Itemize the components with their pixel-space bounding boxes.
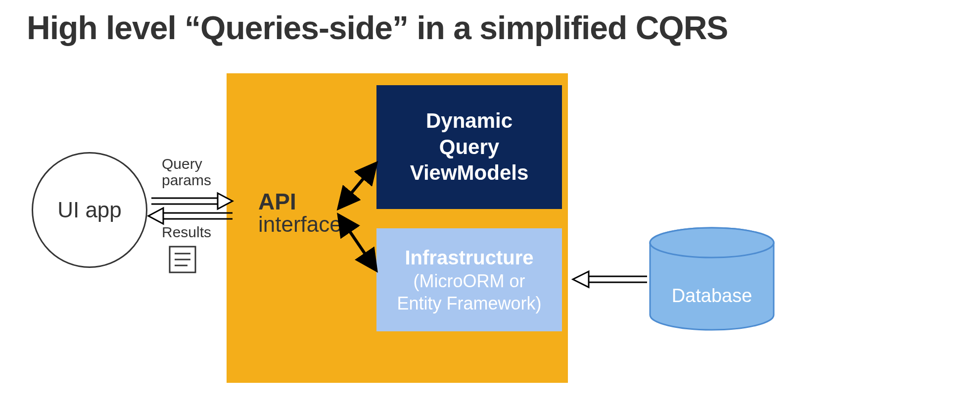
api-block: API interface xyxy=(258,188,342,237)
database-icon xyxy=(648,226,776,332)
diagram-canvas: High level “Queries-side” in a simplifie… xyxy=(0,0,980,417)
infrastructure-title: Infrastructure xyxy=(405,245,533,270)
svg-marker-14 xyxy=(573,271,589,287)
results-label: Results xyxy=(162,224,211,241)
arrow-ui-to-api xyxy=(151,193,233,209)
viewmodels-line3: ViewModels xyxy=(410,161,529,184)
query-params-label: Query params xyxy=(162,156,211,188)
viewmodels-box: Dynamic Query ViewModels xyxy=(376,85,562,209)
database-label: Database xyxy=(648,285,776,307)
viewmodels-line2: Query xyxy=(439,135,499,158)
ui-app-node: UI app xyxy=(32,152,147,268)
arrow-api-to-ui xyxy=(148,208,233,224)
api-title: API xyxy=(258,188,342,215)
svg-point-1 xyxy=(650,228,774,258)
ui-app-label: UI app xyxy=(57,198,122,222)
api-subtitle: interface xyxy=(258,212,342,237)
arrow-db-to-infra xyxy=(573,271,647,287)
svg-marker-11 xyxy=(148,208,163,224)
infrastructure-sub2: Entity Framework) xyxy=(397,292,541,314)
infrastructure-box: Infrastructure (MicroORM or Entity Frame… xyxy=(376,228,562,331)
document-icon xyxy=(168,245,197,274)
viewmodels-line1: Dynamic xyxy=(426,109,513,132)
infrastructure-sub1: (MicroORM or xyxy=(414,270,525,292)
database-node: Database xyxy=(648,226,776,332)
diagram-title: High level “Queries-side” in a simplifie… xyxy=(27,9,728,47)
